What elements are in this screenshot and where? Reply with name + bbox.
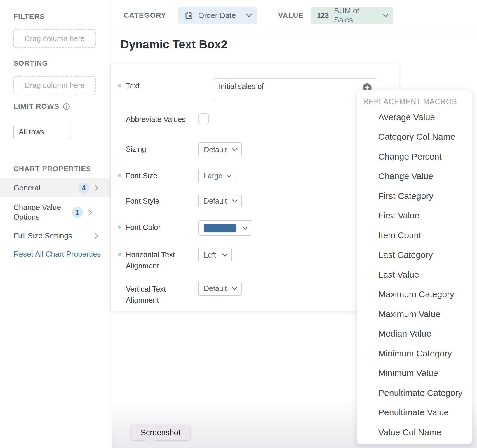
vertical-alignment-label: Vertical Text Alignment — [126, 284, 196, 306]
category-select[interactable]: Order Date — [178, 7, 257, 24]
chevron-down-icon — [232, 148, 237, 151]
calendar-icon — [185, 11, 193, 20]
vertical-alignment-value: Default — [204, 284, 227, 293]
chart-properties-heading: CHART PROPERTIES — [13, 165, 91, 173]
chevron-down-icon — [232, 200, 237, 203]
chevron-right-icon — [95, 185, 98, 191]
replacement-macros-heading: REPLACEMENT MACROS — [363, 96, 472, 107]
macro-item-change-percent[interactable]: Change Percent — [357, 147, 472, 167]
font-color-label: Font Color — [126, 222, 199, 233]
sizing-select[interactable]: Default — [198, 142, 242, 157]
modified-bullet — [118, 225, 121, 229]
topbar: CATEGORY Order Date VALUE 123 SUM of Sal… — [112, 0, 477, 31]
filters-heading: FILTERS — [13, 13, 45, 20]
category-value: Order Date — [198, 11, 241, 20]
macro-item-minimum-value[interactable]: Minimum Value — [357, 363, 472, 383]
filters-dropzone-placeholder: Drag column here — [25, 34, 85, 43]
font-size-label: Font Size — [126, 170, 199, 181]
vertical-alignment-select[interactable]: Default — [198, 281, 242, 296]
reset-all-chart-properties-link[interactable]: Reset All Chart Properties — [13, 250, 101, 259]
sidebar: FILTERS Drag column here SORTING Drag co… — [0, 0, 112, 448]
macro-item-first-value[interactable]: First Value — [357, 206, 472, 226]
modified-bullet — [118, 253, 121, 256]
font-style-select[interactable]: Default — [198, 194, 242, 208]
chevron-right-icon — [95, 233, 98, 239]
chevron-right-icon — [88, 209, 92, 216]
macro-item-value-col-name[interactable]: Value Col Name — [357, 422, 472, 442]
value-label: VALUE — [278, 12, 304, 19]
font-color-select[interactable] — [198, 220, 252, 236]
macro-item-penultimate-value[interactable]: Penultimate Value — [357, 403, 472, 423]
sidebar-item-change-value-options[interactable]: Change Value Options 1 — [0, 201, 112, 223]
text-label: Text — [126, 80, 199, 91]
sizing-label: Sizing — [126, 144, 199, 155]
value-value: SUM of Sales — [334, 6, 377, 24]
font-size-value: Large — [204, 172, 222, 180]
abbreviate-values-label: Abbreviate Values — [126, 114, 199, 125]
chevron-down-icon — [243, 227, 248, 230]
sidebar-item-label: Full Size Settings — [13, 231, 95, 241]
macro-item-item-count[interactable]: Item Count — [357, 225, 472, 245]
sidebar-item-full-size-settings[interactable]: Full Size Settings — [0, 230, 112, 241]
abbreviate-values-checkbox[interactable] — [198, 113, 209, 124]
screenshot-tooltip-label: Screenshot — [141, 428, 181, 437]
chevron-down-icon — [383, 14, 389, 17]
replacement-macros-panel: REPLACEMENT MACROS Average Value Categor… — [357, 90, 472, 444]
macro-item-average-value[interactable]: Average Value — [357, 107, 472, 127]
modified-bullet — [118, 84, 121, 87]
tooltip-pointer — [145, 440, 155, 446]
macro-item-penultimate-category[interactable]: Penultimate Category — [357, 383, 472, 403]
chevron-down-icon — [232, 287, 237, 290]
sidebar-item-general[interactable]: General 4 — [0, 178, 112, 197]
page-title: Dynamic Text Box2 — [121, 38, 227, 51]
macro-item-median-value[interactable]: Median Value — [357, 324, 472, 344]
sorting-heading: SORTING — [13, 60, 48, 67]
macro-item-maximum-category[interactable]: Maximum Category — [357, 285, 472, 304]
chevron-down-icon — [246, 14, 252, 17]
horizontal-alignment-select[interactable]: Left — [198, 248, 232, 262]
modified-bullet — [118, 174, 121, 177]
macro-item-category-col-name[interactable]: Category Col Name — [357, 127, 472, 147]
macro-item-change-value[interactable]: Change Value — [357, 167, 472, 186]
limit-rows-input[interactable]: All rows — [13, 125, 71, 139]
font-style-label: Font Style — [126, 195, 199, 206]
chevron-down-icon — [227, 174, 232, 178]
sorting-dropzone[interactable]: Drag column here — [13, 76, 96, 94]
info-icon[interactable] — [63, 103, 70, 110]
numeric-123-icon: 123 — [317, 11, 329, 20]
macro-item-maximum-value[interactable]: Maximum Value — [357, 304, 472, 324]
change-value-options-badge: 1 — [72, 207, 83, 218]
screenshot-tooltip: Screenshot — [131, 425, 190, 440]
horizontal-alignment-label: Horizontal Text Alignment — [126, 249, 196, 271]
sorting-dropzone-placeholder: Drag column here — [25, 81, 85, 90]
macro-item-last-value[interactable]: Last Value — [357, 265, 472, 285]
sidebar-item-label: General — [13, 183, 78, 193]
sizing-value: Default — [204, 146, 227, 154]
limit-rows-value: All rows — [19, 128, 44, 136]
text-input[interactable]: Initial sales of — [213, 78, 377, 102]
macro-item-minimum-category[interactable]: Minimum Category — [357, 344, 472, 363]
text-box-properties-panel: Text Initial sales of + Abbreviate Value… — [110, 64, 399, 312]
font-size-select[interactable]: Large — [198, 169, 236, 183]
filters-dropzone[interactable]: Drag column here — [13, 29, 96, 48]
general-badge: 4 — [78, 183, 89, 194]
chevron-down-icon — [222, 253, 227, 257]
horizontal-alignment-value: Left — [204, 251, 216, 259]
macro-item-last-category[interactable]: Last Category — [357, 245, 472, 265]
font-style-value: Default — [204, 197, 227, 205]
category-label: CATEGORY — [124, 12, 166, 19]
sidebar-divider — [0, 152, 112, 152]
limit-rows-heading: LIMIT ROWS — [13, 103, 59, 110]
macro-item-first-category[interactable]: First Category — [357, 186, 472, 206]
font-color-swatch — [204, 224, 236, 232]
sidebar-item-label: Change Value Options — [13, 203, 72, 222]
value-select[interactable]: 123 SUM of Sales — [311, 7, 393, 24]
